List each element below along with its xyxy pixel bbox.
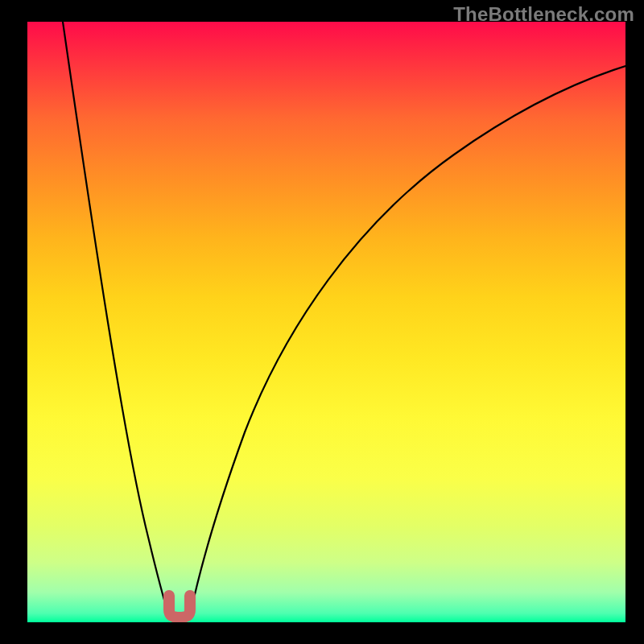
- chart-frame: TheBottleneck.com: [0, 0, 644, 644]
- left-curve: [63, 22, 169, 616]
- right-curve: [190, 66, 625, 616]
- plot-area: [27, 22, 625, 622]
- watermark-text: TheBottleneck.com: [453, 3, 634, 26]
- dip-marker: [169, 596, 190, 617]
- chart-svg: [27, 22, 625, 622]
